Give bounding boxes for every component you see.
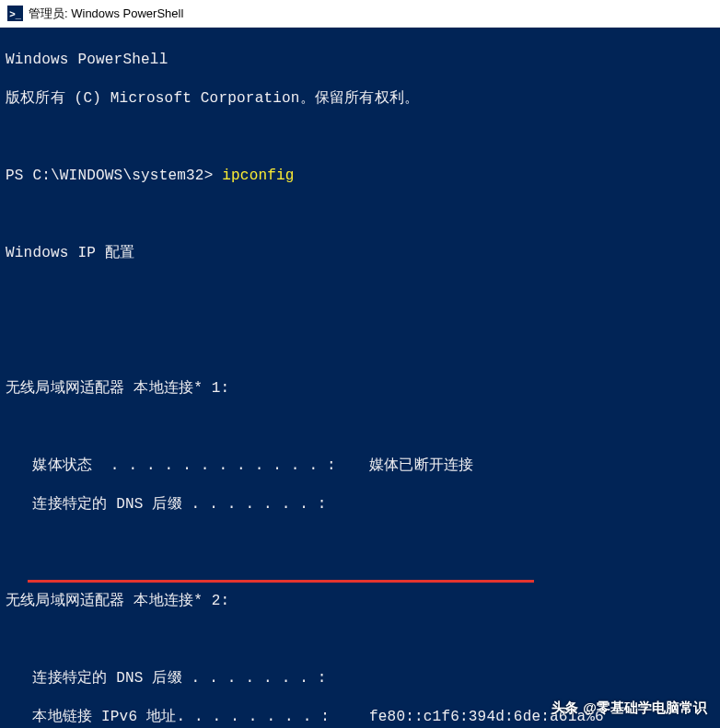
blank-line: [6, 283, 714, 302]
blank-line: [6, 630, 714, 650]
watermark-handle: @零基础学电脑常识: [583, 699, 707, 717]
prompt-command: ipconfig: [222, 168, 294, 184]
prompt-path: PS C:\WINDOWS\system32>: [6, 168, 222, 184]
window-title: 管理员: Windows PowerShell: [29, 6, 183, 22]
powershell-icon: >_: [7, 6, 23, 21]
banner-line-1: Windows PowerShell: [6, 51, 714, 70]
blank-line: [6, 418, 714, 437]
terminal-body[interactable]: Windows PowerShell 版权所有 (C) Microsoft Co…: [0, 28, 720, 728]
row-label: 媒体状态 . . . . . . . . . . . . :: [6, 456, 369, 476]
row-label: 连接特定的 DNS 后缀 . . . . . . . :: [6, 669, 369, 688]
watermark: 头条 @零基础学电脑常识: [552, 699, 707, 717]
blank-line: [6, 128, 714, 147]
highlight-underline: [28, 580, 534, 583]
config-row: 连接特定的 DNS 后缀 . . . . . . . :: [6, 495, 714, 514]
blank-line: [6, 205, 714, 225]
config-row: 媒体状态 . . . . . . . . . . . . : 媒体已断开连接: [6, 456, 714, 476]
row-label: 连接特定的 DNS 后缀 . . . . . . . :: [6, 495, 369, 514]
ipconfig-title: Windows IP 配置: [6, 244, 714, 263]
blank-line: [6, 321, 714, 341]
row-label: 本地链接 IPv6 地址. . . . . . . . :: [6, 708, 369, 727]
banner-line-2: 版权所有 (C) Microsoft Corporation。保留所有权利。: [6, 89, 714, 109]
adapter-header: 无线局域网适配器 本地连接* 1:: [6, 379, 714, 399]
adapter-header: 无线局域网适配器 本地连接* 2:: [6, 592, 714, 611]
prompt-line-1: PS C:\WINDOWS\system32> ipconfig: [6, 167, 714, 186]
window-title-bar[interactable]: >_ 管理员: Windows PowerShell: [0, 0, 720, 28]
blank-line: [6, 534, 714, 553]
row-value: 媒体已断开连接: [369, 456, 473, 476]
watermark-brand: 头条: [552, 699, 577, 717]
config-row: 连接特定的 DNS 后缀 . . . . . . . :: [6, 669, 714, 688]
